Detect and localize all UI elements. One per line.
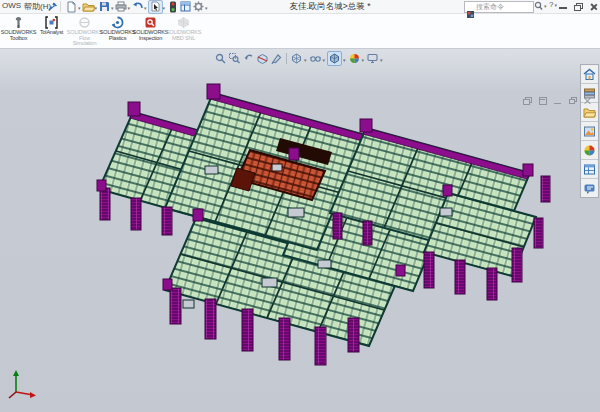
reference-triad	[9, 370, 36, 398]
addin-toolbox-button[interactable]: SOLIDWORKS Toolbox	[2, 15, 35, 47]
undo-dropdown[interactable]: ▾	[144, 5, 147, 11]
addin-tolanalyst-button[interactable]: TolAnalyst	[35, 15, 68, 47]
help-button[interactable]: ?▾	[549, 0, 557, 9]
new-button[interactable]	[65, 1, 78, 13]
appearances-scenes-icon[interactable]	[581, 141, 598, 160]
toolbar-separator	[60, 1, 61, 12]
file-properties-button[interactable]	[179, 1, 192, 13]
doc-minimize-icon[interactable]	[553, 97, 562, 105]
search-placeholder: 搜索命令	[476, 2, 504, 12]
view-orientation-icon[interactable]	[290, 52, 303, 65]
addin-inspection-button[interactable]: SOLIDWORKS Inspection	[134, 15, 167, 47]
addin-plastics-button[interactable]: SOLIDWORKS Plastics	[101, 15, 134, 47]
search-category-icon	[467, 4, 474, 11]
custom-properties-icon[interactable]	[581, 160, 598, 179]
print-dropdown[interactable]: ▾	[128, 5, 131, 11]
doc-restore-icon[interactable]	[568, 97, 577, 105]
select-dropdown[interactable]: ▾	[163, 5, 166, 11]
open-dropdown[interactable]: ▾	[95, 5, 98, 11]
restore-button[interactable]	[573, 2, 583, 11]
save-button[interactable]	[98, 1, 111, 13]
solidworks-resources-icon[interactable]	[581, 65, 598, 84]
document-title: 友佳.欧尚名城>总装 *	[200, 1, 460, 13]
hide-show-items-icon[interactable]	[309, 52, 322, 65]
display-style-icon[interactable]	[327, 51, 342, 66]
new-dropdown[interactable]: ▾	[78, 5, 81, 11]
select-button[interactable]	[148, 0, 163, 14]
options-button[interactable]	[192, 1, 205, 13]
view-palette-icon[interactable]	[581, 122, 598, 141]
previous-view-icon[interactable]	[242, 52, 255, 65]
addin-flow-simulation-button[interactable]: SOLIDWORKS Flow Simulation	[68, 15, 101, 47]
minimize-button[interactable]	[558, 2, 568, 11]
open-button[interactable]	[82, 1, 95, 13]
graphics-viewport[interactable]: ▾ ▾ ▾ ▾ ▾	[0, 48, 600, 412]
save-dropdown[interactable]: ▾	[111, 5, 114, 11]
view-orientation-dropdown[interactable]: ▾	[304, 57, 307, 63]
hide-show-dropdown[interactable]: ▾	[323, 57, 326, 63]
view-settings-icon[interactable]	[366, 52, 379, 65]
annotations-icon[interactable]	[270, 52, 283, 65]
titlebar: OWS 帮助(H) ▾ ▾ ▾ ▾ ▾ ▾ ▾	[0, 0, 600, 14]
addin-mbd-snl-button[interactable]: SOLIDWORKS MBD SNL	[167, 15, 200, 47]
task-pane-tabs	[580, 64, 599, 198]
zoom-to-fit-icon[interactable]	[214, 52, 227, 65]
menu-clipped-text: OWS	[2, 1, 21, 10]
options-dropdown[interactable]: ▾	[205, 5, 208, 11]
quick-access-toolbar: ▾ ▾ ▾ ▾ ▾ ▾ ▾	[65, 0, 209, 13]
section-view-icon[interactable]	[256, 52, 269, 65]
cascade-windows-icon[interactable]	[523, 97, 532, 105]
search-scope-button[interactable]: ▾	[534, 1, 547, 11]
print-button[interactable]	[115, 1, 128, 13]
edit-appearance-icon[interactable]	[348, 52, 361, 65]
solidworks-forum-icon[interactable]	[581, 179, 598, 197]
view-settings-dropdown[interactable]: ▾	[380, 57, 383, 63]
pin-menu-icon[interactable]	[48, 2, 57, 11]
headsup-separator	[286, 53, 287, 64]
solidworks-window: { "titlebar": { "menu_clipped": "OWS", "…	[0, 0, 600, 412]
search-box[interactable]: 搜索命令	[464, 1, 534, 13]
undo-button[interactable]	[131, 1, 144, 13]
window-controls	[558, 1, 598, 11]
edit-appearance-dropdown[interactable]: ▾	[362, 57, 365, 63]
addins-command-tab: SOLIDWORKS Toolbox TolAnalyst SOLIDWORKS…	[0, 14, 600, 49]
document-window-controls	[523, 97, 592, 105]
model-3d-formwork-assembly[interactable]	[0, 48, 600, 412]
rebuild-button[interactable]	[166, 1, 179, 13]
close-button[interactable]	[588, 2, 598, 11]
tile-windows-icon[interactable]	[538, 97, 547, 105]
headsup-view-toolbar: ▾ ▾ ▾ ▾ ▾	[214, 51, 384, 66]
display-style-dropdown[interactable]: ▾	[343, 57, 346, 63]
zoom-to-area-icon[interactable]	[228, 52, 241, 65]
file-explorer-icon[interactable]	[581, 103, 598, 122]
doc-close-icon[interactable]	[583, 97, 592, 105]
